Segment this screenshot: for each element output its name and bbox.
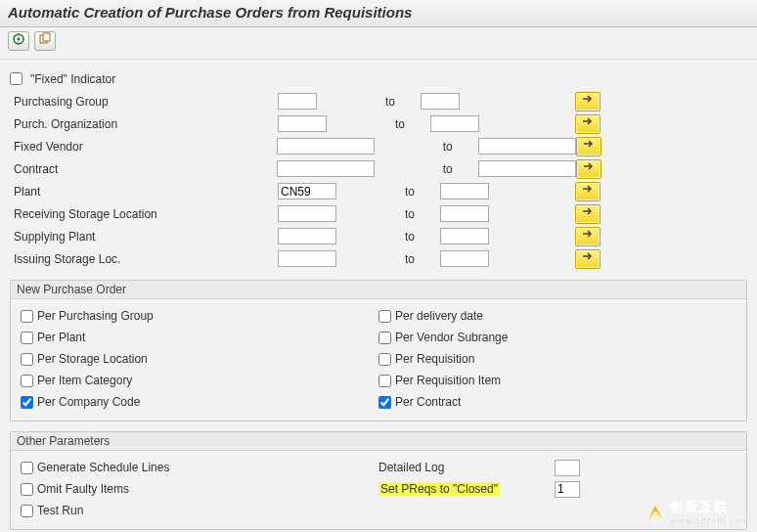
per_deldate-checkbox[interactable] xyxy=(378,310,391,323)
gen_sched-checkbox[interactable] xyxy=(21,462,33,474)
per_plant-checkbox[interactable] xyxy=(21,332,33,344)
recv_sloc-multiple-selection-button[interactable] xyxy=(575,204,601,224)
per_reqitem-label: Per Requisition Item xyxy=(395,374,501,387)
per_itemcat-label: Per Item Category xyxy=(37,374,132,387)
selection-row-supp_plant: Supplying Plantto xyxy=(10,225,747,247)
test_run-checkbox[interactable] xyxy=(21,505,33,517)
fixed_vendor-from-input[interactable] xyxy=(277,138,375,155)
contract-label: Contract xyxy=(10,162,277,176)
execute-icon xyxy=(12,32,25,46)
per_contract-label: Per Contract xyxy=(395,395,461,409)
issu_sloc-from-input[interactable] xyxy=(278,250,336,267)
issu_sloc-multiple-selection-button[interactable] xyxy=(575,249,601,269)
arrow-right-icon xyxy=(581,205,595,217)
contract-from-input[interactable] xyxy=(277,160,375,177)
to-label: to xyxy=(385,95,421,109)
gen_sched-label: Generate Schedule Lines xyxy=(37,461,169,474)
per_vsubr-checkbox[interactable] xyxy=(378,332,391,344)
selection-row-contract: Contractto xyxy=(10,157,747,180)
to-label: to xyxy=(443,162,478,176)
purch_org-from-input[interactable] xyxy=(278,115,327,132)
per_plant-label: Per Plant xyxy=(37,331,85,344)
per_req-checkbox[interactable] xyxy=(378,353,391,366)
svg-point-1 xyxy=(18,38,21,41)
per_pgroup-label: Per Purchasing Group xyxy=(37,309,154,323)
to-label: to xyxy=(443,140,478,154)
per_sloc-checkbox[interactable] xyxy=(21,353,33,366)
selection-row-fixed_vendor: Fixed Vendorto xyxy=(10,135,747,157)
get-variant-button[interactable] xyxy=(34,31,56,51)
fixed_vendor-multiple-selection-button[interactable] xyxy=(576,137,601,156)
fixed_vendor-to-input[interactable] xyxy=(478,138,576,155)
recv_sloc-label: Receiving Storage Location xyxy=(10,207,278,221)
per_itemcat-checkbox[interactable] xyxy=(21,375,33,387)
purch_group-from-input[interactable] xyxy=(278,93,317,110)
arrow-right-icon xyxy=(582,160,596,172)
fixed_vendor-label: Fixed Vendor xyxy=(10,140,277,154)
detailed-log-input[interactable] xyxy=(555,460,580,476)
svg-rect-5 xyxy=(43,33,50,41)
group-new-purchase-order: New Purchase Order Per Purchasing GroupP… xyxy=(10,280,747,421)
per_cocode-label: Per Company Code xyxy=(37,395,140,409)
arrow-right-icon xyxy=(581,228,595,240)
detailed-log-label: Detailed Log xyxy=(378,461,555,474)
selection-row-purch_group: Purchasing Groupto xyxy=(10,90,747,112)
test_run-label: Test Run xyxy=(37,504,83,517)
supp_plant-multiple-selection-button[interactable] xyxy=(575,227,601,246)
set-preqs-label: Set PReqs to "Closed" xyxy=(378,482,500,496)
purch_group-to-input[interactable] xyxy=(421,93,460,110)
per_deldate-label: Per delivery date xyxy=(395,309,483,323)
purch_org-multiple-selection-button[interactable] xyxy=(575,114,601,134)
selection-row-recv_sloc: Receiving Storage Locationto xyxy=(10,202,747,225)
to-label: to xyxy=(405,185,440,199)
arrow-right-icon xyxy=(581,183,595,195)
plant-multiple-selection-button[interactable] xyxy=(575,182,601,201)
supp_plant-label: Supplying Plant xyxy=(10,230,278,244)
arrow-right-icon xyxy=(581,115,595,127)
supp_plant-to-input[interactable] xyxy=(440,228,489,244)
plant-label: Plant xyxy=(10,185,278,199)
selection-row-issu_sloc: Issuing Storage Loc.to xyxy=(10,247,747,270)
to-label: to xyxy=(395,117,430,131)
contract-multiple-selection-button[interactable] xyxy=(576,159,601,179)
purch_group-multiple-selection-button[interactable] xyxy=(575,92,601,111)
recv_sloc-from-input[interactable] xyxy=(278,205,336,222)
recv_sloc-to-input[interactable] xyxy=(440,205,489,222)
to-label: to xyxy=(405,230,440,244)
variant-icon xyxy=(38,32,52,46)
toolbar xyxy=(0,27,757,60)
per_vsubr-label: Per Vendor Subrange xyxy=(395,331,508,344)
to-label: to xyxy=(405,252,440,266)
selection-row-plant: Plantto xyxy=(10,180,747,202)
execute-button[interactable] xyxy=(8,31,29,51)
selection-row-purch_org: Purch. Organizationto xyxy=(10,112,747,135)
group-other-parameters: Other Parameters Generate Schedule Lines… xyxy=(10,431,747,530)
page-title: Automatic Creation of Purchase Orders fr… xyxy=(8,4,749,21)
fixed-indicator-label: "Fixed" Indicator xyxy=(30,72,115,86)
per_reqitem-checkbox[interactable] xyxy=(378,375,391,387)
set-preqs-input[interactable] xyxy=(555,481,580,498)
issu_sloc-label: Issuing Storage Loc. xyxy=(10,252,278,266)
omit_fault-label: Omit Faulty Items xyxy=(37,482,129,496)
purch_group-label: Purchasing Group xyxy=(10,95,278,109)
plant-from-input[interactable] xyxy=(278,183,336,200)
per_req-label: Per Requisition xyxy=(395,352,474,366)
per_pgroup-checkbox[interactable] xyxy=(21,310,33,323)
per_cocode-checkbox[interactable] xyxy=(21,396,33,409)
supp_plant-from-input[interactable] xyxy=(278,228,336,244)
to-label: to xyxy=(405,207,440,221)
group-other-legend: Other Parameters xyxy=(11,432,746,451)
purch_org-to-input[interactable] xyxy=(430,115,479,132)
per_sloc-label: Per Storage Location xyxy=(37,352,148,366)
group-newpo-legend: New Purchase Order xyxy=(11,281,746,299)
plant-to-input[interactable] xyxy=(440,183,489,200)
contract-to-input[interactable] xyxy=(478,160,576,177)
per_contract-checkbox[interactable] xyxy=(378,396,391,409)
arrow-right-icon xyxy=(582,138,596,150)
omit_fault-checkbox[interactable] xyxy=(21,483,33,496)
purch_org-label: Purch. Organization xyxy=(10,117,278,131)
arrow-right-icon xyxy=(581,93,595,105)
arrow-right-icon xyxy=(581,250,595,262)
fixed-indicator-checkbox[interactable] xyxy=(10,72,22,85)
issu_sloc-to-input[interactable] xyxy=(440,250,489,267)
